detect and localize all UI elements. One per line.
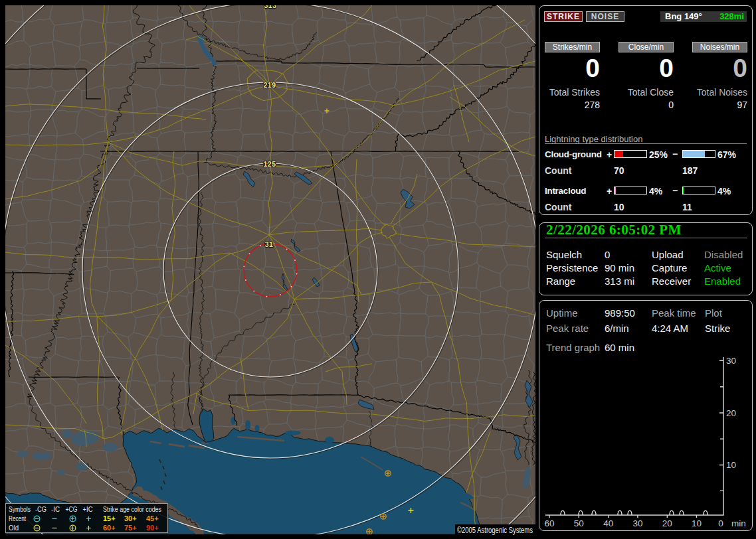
svg-text:+IC: +IC — [83, 505, 93, 513]
svg-text:Symbols: Symbols — [9, 505, 31, 513]
svg-text:30+: 30+ — [124, 514, 137, 522]
svg-text:75+: 75+ — [124, 524, 137, 532]
svg-text:Old: Old — [9, 524, 19, 532]
svg-text:45+: 45+ — [146, 514, 159, 522]
svg-text:-CG: -CG — [35, 505, 47, 513]
svg-text:20: 20 — [662, 518, 672, 528]
svg-text:60+: 60+ — [103, 524, 116, 532]
svg-text:90+: 90+ — [146, 524, 159, 532]
svg-text:min: min — [731, 518, 746, 528]
svg-text:125: 125 — [263, 160, 276, 168]
svg-text:+CG: +CG — [66, 505, 78, 513]
svg-text:10: 10 — [692, 518, 702, 528]
svg-text:Recent: Recent — [9, 514, 26, 522]
svg-text:-IC: -IC — [51, 505, 60, 513]
svg-text:60: 60 — [544, 518, 554, 528]
svg-text:Strike age color codes: Strike age color codes — [103, 505, 161, 513]
svg-text:0: 0 — [718, 518, 723, 528]
svg-text:50: 50 — [574, 518, 584, 528]
svg-text:©2005 Astrogenic Systems: ©2005 Astrogenic Systems — [457, 526, 533, 535]
svg-text:30: 30 — [632, 518, 642, 528]
svg-text:313: 313 — [264, 5, 276, 9]
svg-text:219: 219 — [263, 81, 276, 89]
svg-text:30: 30 — [726, 356, 736, 366]
svg-text:40: 40 — [603, 518, 613, 528]
svg-text:20: 20 — [726, 408, 736, 418]
svg-text:31: 31 — [265, 240, 274, 248]
svg-text:15+: 15+ — [103, 514, 116, 522]
svg-text:10: 10 — [726, 460, 736, 470]
